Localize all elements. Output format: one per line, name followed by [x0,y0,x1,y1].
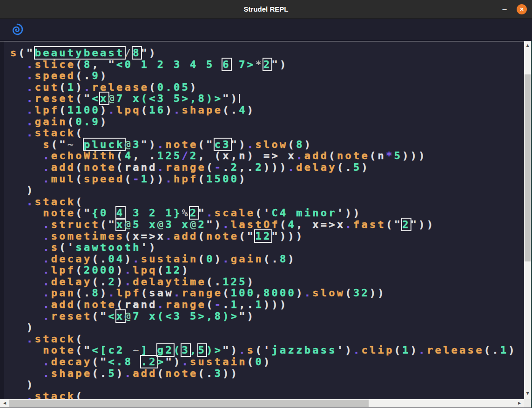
code-token: ( [75,161,84,173]
code-token: < [108,310,117,322]
code-token: ] [141,344,157,356]
code-line: .shape(.5).add(note(.3)) [10,368,517,380]
code-token: , ( [198,150,223,161]
code-token: lpf [116,287,141,299]
code-token: ( [157,368,166,379]
code-token: 5 x [133,219,157,230]
horizontal-scrollbar[interactable]: ◀ ▶ [0,399,524,408]
close-icon: ✕ [519,7,524,13]
code-token: , [296,219,312,230]
code-editor[interactable]: s("beautybeast/8") .slice(8, "<0 1 2 3 4… [4,41,524,399]
code-token: note [43,207,75,219]
code-token: ( [198,253,207,265]
code-token: C4 minor [272,207,337,219]
vertical-scrollbar[interactable]: ▲ ▼ [524,41,531,399]
highlighted-token: x [116,310,125,322]
code-line: ) [10,379,517,391]
code-token: . [157,299,166,310]
code-token: add [51,161,76,173]
code-token: fast [353,219,386,230]
code-token: stack [35,333,76,345]
code-token: ') [141,241,157,253]
highlighted-token: 5 [198,344,207,356]
code-token: . [27,116,35,127]
code-token: ) [263,356,272,368]
strudel-logo-icon[interactable] [11,23,24,36]
code-token: (" [239,230,255,242]
code-token: (. [92,276,108,288]
code-token: (. [198,368,215,379]
scroll-up-icon[interactable]: ▲ [524,44,531,47]
code-token: ( [206,299,215,310]
close-button[interactable]: ✕ [517,4,527,14]
highlighted-token: 4 [116,207,125,219]
horizontal-scrollbar-thumb[interactable] [9,400,369,407]
code-line: s("~ pluck@3").note("c3").slow(8) [10,139,517,151]
code-line: s("beautybeast/8") [10,47,517,59]
scroll-right-icon[interactable]: ▶ [517,401,522,405]
code-token: . [43,150,51,161]
code-token: x [222,150,231,161]
code-token: ) [411,344,419,356]
code-token: ( [198,173,207,185]
code-token: (" [75,344,92,356]
code-token: 04 [108,253,125,265]
app-header [0,19,532,41]
code-token: speed [84,173,125,185]
code-token [10,219,43,230]
code-token: lastOf [231,219,280,230]
code-token: ") [222,93,239,104]
highlighted-token: 2 [263,59,272,70]
code-token: . [222,219,231,230]
highlighted-token: .2 [141,356,157,368]
code-token: . [43,219,51,230]
code-token: (" [75,93,92,104]
code-token: shape [182,104,222,116]
code-token: (. [222,104,239,116]
code-token: slow [312,287,345,299]
code-line: .pan(.8).lpf(saw.range(100,8000).slow(32… [10,288,517,299]
code-token: . [43,356,51,368]
code-line: .cut(1).release(0.05) [10,82,517,94]
code-token: 125 [222,276,247,288]
scroll-left-icon[interactable]: ◀ [2,401,7,405]
minimize-button[interactable]: – [498,0,511,19]
code-token: . [108,287,117,299]
code-token: ) [165,104,174,116]
code-token: (' [59,241,75,253]
code-token: {0 [92,207,116,219]
code-token: 12 [165,264,182,276]
code-token: note [337,150,370,161]
code-token: ( [75,264,84,276]
code-token: add [133,368,157,379]
code-token: * [255,59,263,70]
code-token: sawtooth [75,241,141,253]
code-token: > [157,356,166,368]
code-token: @ [157,219,166,230]
code-token [10,333,27,345]
code-token: range [182,287,222,299]
code-token: lpq [133,264,157,276]
code-token: . [43,161,51,173]
vertical-scrollbar-thumb[interactable] [525,74,531,261]
code-token: scale [215,207,256,219]
scroll-down-icon[interactable]: ▼ [524,392,531,395]
code-line: .s('sawtooth') [10,242,517,254]
code-token: x [157,230,166,242]
code-token: . [247,139,256,150]
code-line: .stack( [10,196,517,208]
code-token: ( [329,150,337,161]
code-token: reset [35,93,76,104]
code-token: ) [10,321,35,333]
code-token: - [215,299,223,310]
code-token: . [182,356,190,368]
code-token: . [165,230,174,242]
code-line: .mul(speed(-1)).hpf(1500) [10,174,517,185]
code-token: x [312,219,321,230]
code-token: 100 [231,287,256,299]
code-token: 16 [149,104,165,116]
code-line: .decay(.04).sustain(0).gain(.8) [10,254,517,265]
code-token: (" [386,219,402,230]
code-token: . [157,161,166,173]
code-token: . [157,139,166,150]
